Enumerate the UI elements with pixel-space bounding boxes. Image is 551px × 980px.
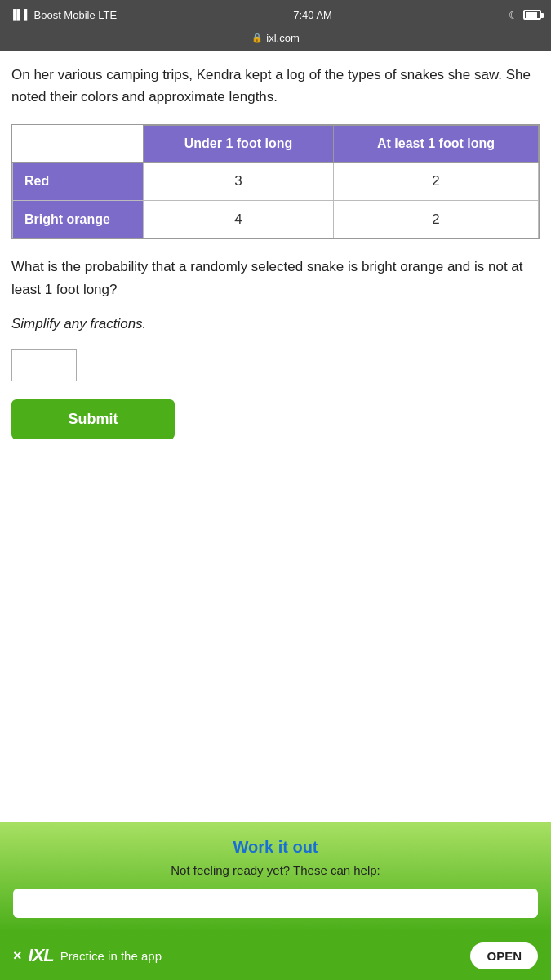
url-label: ixl.com xyxy=(266,32,299,44)
bottom-section: Work it out Not feeling ready yet? These… xyxy=(0,822,551,931)
battery-icon xyxy=(523,10,541,20)
table-row: Red 3 2 xyxy=(13,163,539,201)
red-atleast-cell: 2 xyxy=(333,163,538,201)
carrier-info: ▐▌▌ Boost Mobile LTE xyxy=(10,9,117,21)
status-right: ☾ xyxy=(509,9,541,21)
submit-button[interactable]: Submit xyxy=(11,399,175,439)
data-table: Under 1 foot long At least 1 foot long R… xyxy=(11,124,540,239)
sub-question-text: What is the probability that a randomly … xyxy=(11,256,540,300)
ixl-bar: × IXL Practice in the app OPEN xyxy=(0,931,551,980)
open-button[interactable]: OPEN xyxy=(470,942,538,969)
ixl-logo: IXL xyxy=(29,945,54,966)
help-search-bar[interactable] xyxy=(13,889,538,918)
work-it-out-title: Work it out xyxy=(13,838,538,857)
signal-icon: ▐▌▌ xyxy=(10,9,31,20)
work-it-out-subtitle: Not feeling ready yet? These can help: xyxy=(13,863,538,877)
simplify-label: Simplify any fractions. xyxy=(11,314,540,335)
red-under-cell: 3 xyxy=(144,163,334,201)
practice-label: Practice in the app xyxy=(60,949,162,963)
time-label: 7:40 AM xyxy=(293,9,332,21)
table-row: Bright orange 4 2 xyxy=(13,200,539,238)
url-bar[interactable]: 🔒 ixl.com xyxy=(0,29,551,51)
answer-input[interactable] xyxy=(11,349,77,381)
row-label-red: Red xyxy=(13,163,144,201)
orange-atleast-cell: 2 xyxy=(333,200,538,238)
main-content: On her various camping trips, Kendra kep… xyxy=(0,51,551,452)
orange-under-cell: 4 xyxy=(144,200,334,238)
empty-header xyxy=(13,126,144,163)
moon-icon: ☾ xyxy=(509,9,518,21)
status-bar: ▐▌▌ Boost Mobile LTE 7:40 AM ☾ xyxy=(0,0,551,29)
row-label-bright-orange: Bright orange xyxy=(13,200,144,238)
col2-header: At least 1 foot long xyxy=(333,126,538,163)
close-icon[interactable]: × xyxy=(13,947,22,964)
lock-icon: 🔒 xyxy=(251,33,263,43)
question-text: On her various camping trips, Kendra kep… xyxy=(11,64,540,108)
ixl-bar-left: × IXL Practice in the app xyxy=(13,945,162,966)
carrier-label: Boost Mobile LTE xyxy=(34,9,118,21)
time-display: 7:40 AM xyxy=(293,9,332,21)
col1-header: Under 1 foot long xyxy=(144,126,334,163)
